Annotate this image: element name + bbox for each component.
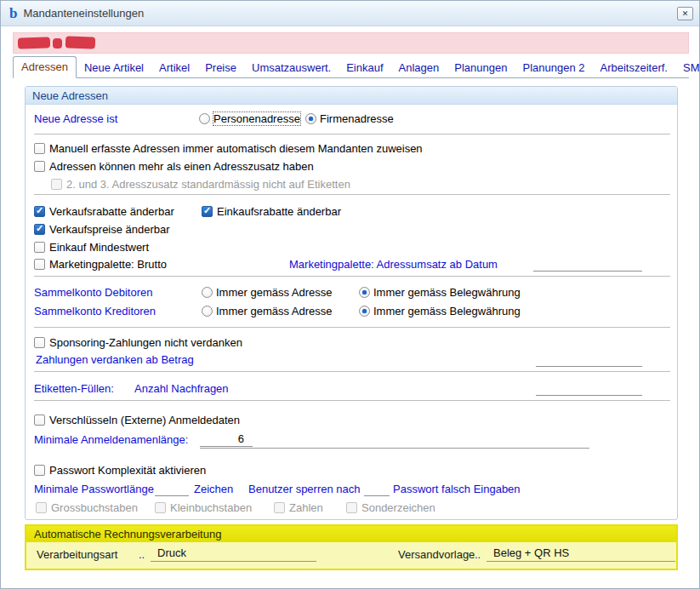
field-line [200,448,589,449]
radio-kreditoren-adresse[interactable]: Immer gemäss Adresse [202,304,333,318]
client-name-redacted [13,32,689,54]
radio-label: Personenadresse [213,112,300,125]
checkbox-passwort-komplex[interactable]: Passwort Komplexität aktivieren [34,463,206,477]
checkbox-label: Adressen können mehr als einen Adresszus… [49,160,314,173]
radio-circle [359,306,370,317]
marketing-datum-label: Marketingpalette: Adressumsatz ab Datum [289,257,498,272]
min-passwortlaenge-label: Minimale Passwortlänge [34,482,154,496]
verarbeitungsart-browse-button[interactable]: .. [139,548,145,561]
radio-label: Immer gemäss Adresse [216,286,333,299]
checkbox-box [51,179,62,190]
group-neue-adressen: Neue Adressen Neue Adresse ist Personena… [25,86,678,520]
tab-adressen[interactable]: Adressen [13,56,77,78]
verarbeitungsart-field[interactable]: Druck [151,545,316,562]
checkbox-label: Kleinbuchstaben [170,501,252,514]
app-logo-icon: b [9,6,17,20]
mandanteneinstellungen-window: b Mandanteneinstellungen ✕ Adressen Neue… [0,0,700,589]
tab-planungen-2[interactable]: Planungen 2 [515,58,592,77]
verarbeitungsart-label: Verarbeitungsart [37,548,117,561]
checkbox-label: Einkaufsrabatte änderbar [217,205,341,218]
separator [34,327,670,328]
tab-arbeitszeiterf[interactable]: Arbeitszeiterf. [592,58,674,77]
tab-preise[interactable]: Preise [197,58,244,77]
checkbox-box [34,415,45,426]
checkbox-label: Sonderzeichen [361,501,435,514]
window-titlebar[interactable]: b Mandanteneinstellungen ✕ [1,1,699,26]
checkbox-box [155,502,166,513]
radio-circle [202,287,213,298]
checkbox-einkauf-mindestwert[interactable]: Einkauf Mindestwert [34,240,149,254]
radio-circle [305,113,316,124]
checkbox-manuell-zuweisen[interactable]: Manuell erfasste Adressen immer automati… [34,141,423,156]
versandvorlage-field[interactable]: Beleg + QR HS [487,545,675,562]
tab-planungen[interactable]: Planungen [447,58,515,77]
checkbox-label: Grossbuchstaben [51,501,138,514]
radio-kreditoren-belegwaehrung[interactable]: Immer gemäss Belegwährung [359,304,521,318]
checkbox-label: Manuell erfasste Adressen immer automati… [49,142,423,155]
separator [34,134,670,134]
checkbox-einkaufsrabatte[interactable]: Einkaufsrabatte änderbar [202,204,341,219]
separator [34,371,670,372]
settings-tab-bar: Adressen Neue Artikel Artikel Preise Ums… [13,57,689,78]
separator [34,276,670,277]
checkbox-label: Zahlen [289,501,323,514]
redaction-scribble [18,37,50,49]
yellow-group-body: Verarbeitungsart .. Druck Versandvorlage… [26,542,676,569]
radio-debitoren-adresse[interactable]: Immer gemäss Adresse [202,285,333,300]
checkbox-sponsoring[interactable]: Sponsoring-Zahlungen nicht verdanken [34,335,242,350]
group-header: Neue Adressen [26,87,677,105]
tab-neue-artikel[interactable]: Neue Artikel [77,58,151,77]
tab-anlagen[interactable]: Anlagen [391,58,447,77]
etiketten-fuellen-label: Etiketten-Füllen: [34,381,114,396]
tab-umsatzauswert[interactable]: Umsatzauswert. [244,58,339,77]
versandvorlage-browse-button[interactable]: .. [475,548,481,561]
checkbox-label: Verkaufspreise änderbar [49,223,170,236]
checkbox-label: Sponsoring-Zahlungen nicht verdanken [49,336,242,349]
checkbox-label: 2. und 3. Adresszusatz standardmässig ni… [66,178,350,191]
versandvorlage-label: Versandvorlage [398,548,475,561]
benutzer-sperren-field[interactable] [364,482,390,496]
window-title: Mandanteneinstellungen [23,7,144,20]
radio-circle [199,113,210,124]
radio-label: Immer gemäss Adresse [216,305,333,317]
checkbox-zahlen: Zahlen [274,500,323,515]
min-anmeldename-field[interactable]: 6 [200,432,253,447]
radio-circle [202,306,213,317]
tab-smtp-server[interactable]: SMTP-Server [675,58,700,77]
radio-debitoren-belegwaehrung[interactable]: Immer gemäss Belegwährung [359,285,521,300]
zeichen-label: Zeichen [194,482,233,496]
checkbox-box [34,161,45,172]
zahlungen-verdanken-field[interactable] [536,352,642,367]
tab-artikel[interactable]: Artikel [151,58,197,77]
marketing-datum-field[interactable] [533,257,642,272]
checkbox-verkaufsrabatte[interactable]: Verkaufsrabatte änderbar [34,204,174,219]
sammelkonto-kreditoren-label: Sammelkonto Kreditoren [34,304,156,318]
close-button[interactable]: ✕ [677,7,693,20]
anzahl-nachfragen-field[interactable] [536,381,642,396]
tab-einkauf[interactable]: Einkauf [339,58,390,77]
checkbox-label: Verkaufsrabatte änderbar [49,205,174,218]
benutzer-sperren-label: Benutzer sperren nach [248,482,361,496]
checkbox-label: Passwort Komplexität aktivieren [49,464,206,477]
checkbox-sonderzeichen: Sonderzeichen [346,500,435,515]
checkbox-verschluesseln[interactable]: Verschlüsseln (Externe) Anmeldedaten [34,413,240,427]
redaction-scribble [53,38,62,49]
checkbox-adresszusatz[interactable]: Adressen können mehr als einen Adresszus… [34,159,314,174]
redaction-scribble [65,36,95,49]
close-icon: ✕ [682,9,689,18]
radio-firmenadresse[interactable]: Firmenadresse [305,112,394,126]
checkbox-verkaufspreise[interactable]: Verkaufspreise änderbar [34,222,170,237]
group-title: Neue Adressen [32,89,108,102]
checkbox-kleinbuchstaben: Kleinbuchstaben [155,500,252,515]
checkbox-box [34,206,45,217]
separator [34,194,670,195]
checkbox-etiketten-zusatz: 2. und 3. Adresszusatz standardmässig ni… [51,177,350,192]
checkbox-label: Einkauf Mindestwert [49,241,149,254]
radio-label: Immer gemäss Belegwährung [373,305,521,317]
checkbox-box [34,337,45,348]
checkbox-box [274,502,285,513]
checkbox-marketing-brutto[interactable]: Marketingpalette: Brutto [34,257,167,272]
checkbox-box [346,502,357,513]
min-passwortlaenge-field[interactable] [155,482,189,496]
radio-personenadresse[interactable]: Personenadresse [199,112,300,126]
